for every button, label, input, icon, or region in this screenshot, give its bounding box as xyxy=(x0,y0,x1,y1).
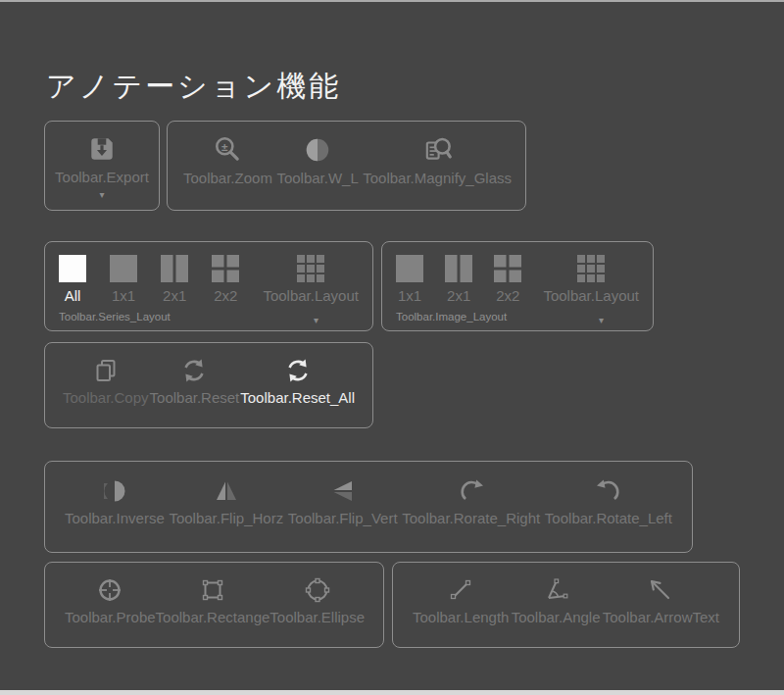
series-layout-1x1-label: 1x1 xyxy=(112,288,135,303)
angle-measure-icon xyxy=(542,576,569,604)
shape-tools-group: Toolbar.Probe Toolbar.Rectange xyxy=(44,562,384,648)
copy-icon xyxy=(92,357,120,384)
measure-tools-group: Toolbar.Length Toolbar.Angle xyxy=(392,562,740,648)
length-measure-icon xyxy=(447,576,474,604)
layout-grid-icon xyxy=(297,255,324,282)
flip-horizontal-icon xyxy=(213,477,240,505)
length-button-label: Toolbar.Length xyxy=(413,610,509,624)
probe-button[interactable]: Toolbar.Probe xyxy=(65,576,156,624)
annotation-settings-page: アノテーション機能 Toolbar.Export ▾ ± xyxy=(0,0,784,695)
reset-button-label: Toolbar.Reset xyxy=(150,390,240,405)
bottom-edge-divider xyxy=(0,690,784,695)
reset-icon xyxy=(180,357,208,384)
flip-vertical-icon xyxy=(329,477,357,505)
reset-all-icon xyxy=(284,357,312,384)
transform-tools-group: Toolbar.Inverse Toolbar.Flip_Horz Toolba… xyxy=(44,461,693,553)
ellipse-annotation-icon xyxy=(304,576,331,604)
svg-text:±: ± xyxy=(222,140,229,153)
image-layout-grid-label: Toolbar.Layout xyxy=(543,288,639,303)
image-layout-grid-button[interactable]: Toolbar.Layout xyxy=(543,255,639,303)
arrow-text-button-label: Toolbar.ArrowText xyxy=(603,610,719,624)
export-save-icon xyxy=(87,134,117,164)
image-layout-1x1-label: 1x1 xyxy=(398,288,421,303)
inverse-button[interactable]: Toolbar.Inverse xyxy=(65,477,165,525)
flip-horz-button-label: Toolbar.Flip_Horz xyxy=(169,511,283,525)
layout-1x1-icon xyxy=(110,255,137,282)
window-level-button-label: Toolbar.W_L xyxy=(276,171,358,185)
magnify-glass-button-label: Toolbar.Magnify_Glass xyxy=(363,171,512,185)
rotate-left-icon xyxy=(595,477,622,505)
rotate-right-icon xyxy=(458,477,485,505)
series-layout-grid-label: Toolbar.Layout xyxy=(263,288,359,303)
series-layout-group: All 1x1 2x1 2x2 xyxy=(44,241,373,331)
flip-vert-button-label: Toolbar.Flip_Vert xyxy=(288,511,398,525)
probe-crosshair-icon xyxy=(96,576,123,604)
series-layout-2x2-button[interactable]: 2x2 xyxy=(212,255,239,303)
layout-all-icon xyxy=(59,255,86,282)
image-layout-2x2-button[interactable]: 2x2 xyxy=(494,255,521,303)
series-layout-all-button[interactable]: All xyxy=(59,255,86,303)
page-title: アノテーション機能 xyxy=(46,67,341,107)
view-tools-group: ± Toolbar.Zoom Toolbar.W_L xyxy=(167,121,526,211)
rotate-right-button-label: Toolbar.Rorate_Right xyxy=(402,511,540,525)
contrast-icon xyxy=(303,135,332,165)
series-layout-2x2-label: 2x2 xyxy=(214,288,237,303)
reset-all-button[interactable]: Toolbar.Reset_All xyxy=(240,357,355,405)
angle-button[interactable]: Toolbar.Angle xyxy=(512,576,601,624)
series-layout-dropdown-icon[interactable]: ▾ xyxy=(314,316,318,325)
probe-button-label: Toolbar.Probe xyxy=(65,610,156,624)
export-dropdown-icon[interactable]: ▾ xyxy=(99,190,104,200)
arrow-annotation-icon xyxy=(647,576,674,604)
arrow-text-button[interactable]: Toolbar.ArrowText xyxy=(603,576,719,624)
reset-tools-group: Toolbar.Copy Toolbar.Reset xyxy=(44,342,373,428)
angle-button-label: Toolbar.Angle xyxy=(512,610,601,624)
rotate-left-button[interactable]: Toolbar.Rotate_Left xyxy=(545,477,672,525)
ellipse-button-label: Toolbar.Ellipse xyxy=(270,610,365,624)
image-layout-group: 1x1 2x1 2x2 xyxy=(381,241,654,331)
rotate-left-button-label: Toolbar.Rotate_Left xyxy=(545,511,672,525)
series-layout-all-label: All xyxy=(65,288,81,303)
zoom-button[interactable]: ± Toolbar.Zoom xyxy=(183,135,272,185)
layout-1x1-icon xyxy=(396,255,423,282)
rectangle-annotation-icon xyxy=(199,576,226,604)
rotate-right-button[interactable]: Toolbar.Rorate_Right xyxy=(402,477,540,525)
magnify-glass-button[interactable]: Toolbar.Magnify_Glass xyxy=(363,135,512,185)
series-layout-2x1-button[interactable]: 2x1 xyxy=(161,255,188,303)
length-button[interactable]: Toolbar.Length xyxy=(413,576,509,624)
image-layout-1x1-button[interactable]: 1x1 xyxy=(396,255,423,303)
magnify-glass-icon xyxy=(422,135,452,165)
window-level-button[interactable]: Toolbar.W_L xyxy=(276,135,358,185)
ellipse-button[interactable]: Toolbar.Ellipse xyxy=(270,576,365,624)
image-layout-2x1-button[interactable]: 2x1 xyxy=(445,255,472,303)
inverse-icon xyxy=(101,477,128,505)
image-layout-2x2-label: 2x2 xyxy=(496,288,519,303)
series-layout-2x1-label: 2x1 xyxy=(163,288,186,303)
zoom-button-label: Toolbar.Zoom xyxy=(183,171,272,185)
export-button[interactable]: Toolbar.Export ▾ xyxy=(55,132,149,200)
layout-grid-icon xyxy=(577,255,605,282)
image-layout-dropdown-icon[interactable]: ▾ xyxy=(599,316,604,325)
top-edge-divider xyxy=(0,0,784,2)
layout-2x1-icon xyxy=(445,255,472,282)
layout-2x2-icon xyxy=(494,255,521,282)
reset-button[interactable]: Toolbar.Reset xyxy=(150,357,240,405)
layout-2x2-icon xyxy=(212,255,239,282)
flip-horz-button[interactable]: Toolbar.Flip_Horz xyxy=(169,477,283,525)
copy-button-label: Toolbar.Copy xyxy=(63,390,149,405)
image-layout-group-label: Toolbar.Image_Layout xyxy=(396,311,507,323)
layout-2x1-icon xyxy=(161,255,188,282)
export-button-label: Toolbar.Export xyxy=(55,170,149,184)
reset-all-button-label: Toolbar.Reset_All xyxy=(240,390,355,405)
export-group: Toolbar.Export ▾ xyxy=(44,121,160,211)
rectangle-button[interactable]: Toolbar.Rectange xyxy=(156,576,270,624)
zoom-icon: ± xyxy=(213,135,242,165)
rectangle-button-label: Toolbar.Rectange xyxy=(156,610,270,624)
series-layout-grid-button[interactable]: Toolbar.Layout xyxy=(263,255,359,303)
image-layout-2x1-label: 2x1 xyxy=(447,288,470,303)
copy-button[interactable]: Toolbar.Copy xyxy=(63,357,149,405)
inverse-button-label: Toolbar.Inverse xyxy=(65,511,165,525)
flip-vert-button[interactable]: Toolbar.Flip_Vert xyxy=(288,477,398,525)
series-layout-1x1-button[interactable]: 1x1 xyxy=(110,255,137,303)
series-layout-group-label: Toolbar.Series_Layout xyxy=(59,311,171,323)
